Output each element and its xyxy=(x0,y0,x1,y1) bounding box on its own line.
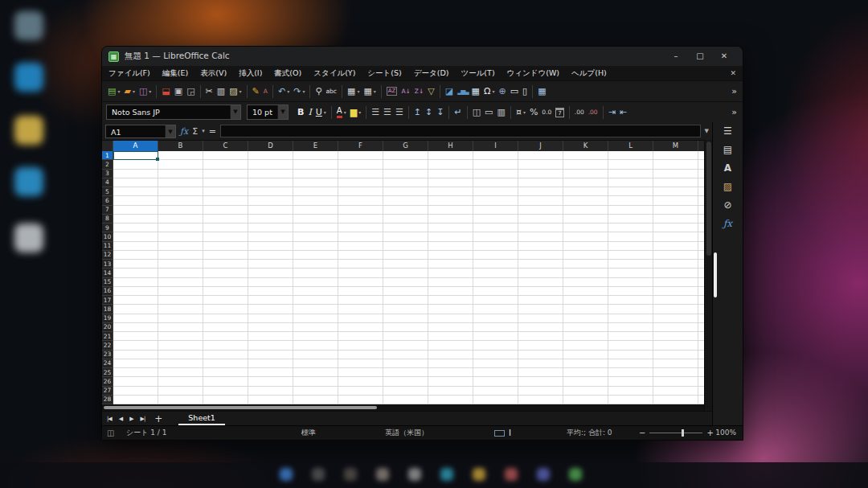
cell-J12[interactable] xyxy=(518,251,563,260)
cell-E21[interactable] xyxy=(293,332,338,341)
cell-G21[interactable] xyxy=(383,332,428,341)
cell-I1[interactable] xyxy=(473,151,518,160)
column-header-E[interactable]: E xyxy=(293,141,338,151)
cell-D24[interactable] xyxy=(248,359,293,368)
cell-K8[interactable] xyxy=(563,215,608,223)
cell-C24[interactable] xyxy=(203,359,248,368)
desktop-icon-1[interactable] xyxy=(14,11,43,40)
cell-A22[interactable] xyxy=(113,341,158,350)
cell-L10[interactable] xyxy=(608,232,653,241)
menu-insert[interactable]: 挿入(I) xyxy=(239,68,262,79)
cell-B27[interactable] xyxy=(158,387,203,396)
cell-H10[interactable] xyxy=(428,232,473,241)
cell-H3[interactable] xyxy=(428,170,473,178)
last-sheet-button[interactable]: ▶| xyxy=(141,416,145,422)
cell-K2[interactable] xyxy=(563,160,608,169)
cell-F12[interactable] xyxy=(338,251,383,260)
menu-tools[interactable]: ツール(T) xyxy=(461,68,494,79)
cell-E13[interactable] xyxy=(293,260,338,269)
column-header-J[interactable]: J xyxy=(518,141,563,151)
cell-E16[interactable] xyxy=(293,287,338,296)
cell-J27[interactable] xyxy=(518,387,563,396)
dropdown-arrow-icon[interactable]: ▾ xyxy=(358,109,361,115)
toolbar-overflow-icon[interactable]: » xyxy=(731,107,739,117)
cell-L17[interactable] xyxy=(608,296,653,305)
cell-H16[interactable] xyxy=(428,287,473,296)
merge-cells-icon[interactable]: ▭ xyxy=(483,105,494,121)
expand-formula-bar-icon[interactable]: ▼ xyxy=(705,128,709,134)
cell-H18[interactable] xyxy=(428,305,473,314)
cell-A9[interactable] xyxy=(113,223,158,232)
cell-B18[interactable] xyxy=(158,305,203,314)
cell-E25[interactable] xyxy=(293,368,338,377)
cell-I16[interactable] xyxy=(473,287,518,296)
cell-B6[interactable] xyxy=(158,196,203,205)
cell-H23[interactable] xyxy=(428,351,473,359)
cell-M13[interactable] xyxy=(653,260,698,269)
horizontal-scrollbar[interactable] xyxy=(102,404,704,411)
menu-file[interactable]: ファイル(F) xyxy=(108,68,150,79)
cell-L5[interactable] xyxy=(608,187,653,196)
sort-icon[interactable]: AZ xyxy=(385,84,399,100)
row-header-20[interactable]: 20 xyxy=(102,323,113,332)
name-box[interactable]: A1 ▼ xyxy=(105,125,176,138)
cell-M17[interactable] xyxy=(653,296,698,305)
cell-J6[interactable] xyxy=(518,196,563,205)
cell-L28[interactable] xyxy=(608,396,653,404)
cell-J14[interactable] xyxy=(518,269,563,277)
cell-F17[interactable] xyxy=(338,296,383,305)
cell-E3[interactable] xyxy=(293,170,338,178)
cell-B25[interactable] xyxy=(158,368,203,377)
center-vertically-icon[interactable]: ↕ xyxy=(424,105,434,121)
row-header-23[interactable]: 23 xyxy=(102,351,113,359)
cell-F22[interactable] xyxy=(338,341,383,350)
cell-H12[interactable] xyxy=(428,251,473,260)
taskbar-icon-6[interactable] xyxy=(440,468,453,481)
cell-J17[interactable] xyxy=(518,296,563,305)
cell-M21[interactable] xyxy=(653,332,698,341)
cell-K28[interactable] xyxy=(563,396,608,404)
cell-D20[interactable] xyxy=(248,323,293,332)
cell-H17[interactable] xyxy=(428,296,473,305)
cell-J13[interactable] xyxy=(518,260,563,269)
cell-I2[interactable] xyxy=(473,160,518,169)
cell-E4[interactable] xyxy=(293,178,338,187)
selection-handle[interactable] xyxy=(156,158,159,161)
cell-M5[interactable] xyxy=(653,187,698,196)
cell-K16[interactable] xyxy=(563,287,608,296)
insert-rows-icon[interactable]: ▦▾ xyxy=(346,84,361,100)
cell-C23[interactable] xyxy=(203,351,248,359)
menu-format[interactable]: 書式(O) xyxy=(274,68,301,79)
cell-B12[interactable] xyxy=(158,251,203,260)
cell-G19[interactable] xyxy=(383,314,428,323)
cell-B7[interactable] xyxy=(158,206,203,215)
cell-M4[interactable] xyxy=(653,178,698,187)
cell-H26[interactable] xyxy=(428,377,473,386)
format-percent-icon[interactable]: % xyxy=(528,105,539,121)
sort-descending-icon[interactable]: Z↓ xyxy=(413,84,425,100)
cell-D8[interactable] xyxy=(248,215,293,223)
cell-J16[interactable] xyxy=(518,287,563,296)
cell-J5[interactable] xyxy=(518,187,563,196)
cell-H4[interactable] xyxy=(428,178,473,187)
menu-data[interactable]: データ(D) xyxy=(414,68,449,79)
cell-A28[interactable] xyxy=(113,396,158,404)
cell-M28[interactable] xyxy=(653,396,698,404)
cell-G22[interactable] xyxy=(383,341,428,350)
column-header-K[interactable]: K xyxy=(563,141,608,151)
cell-C3[interactable] xyxy=(203,170,248,178)
clear-formatting-icon[interactable]: A xyxy=(262,84,269,100)
cell-L7[interactable] xyxy=(608,206,653,215)
row-header-9[interactable]: 9 xyxy=(102,223,113,232)
cell-D1[interactable] xyxy=(248,151,293,160)
cell-C21[interactable] xyxy=(203,332,248,341)
cell-B22[interactable] xyxy=(158,341,203,350)
cell-G18[interactable] xyxy=(383,305,428,314)
merge-center-cells-icon[interactable]: ◫ xyxy=(471,105,482,121)
row-header-13[interactable]: 13 xyxy=(102,260,113,269)
cell-E20[interactable] xyxy=(293,323,338,332)
cell-K23[interactable] xyxy=(563,351,608,359)
cell-C16[interactable] xyxy=(203,287,248,296)
paste-icon[interactable]: ▨▾ xyxy=(227,84,243,100)
cell-A10[interactable] xyxy=(113,232,158,241)
